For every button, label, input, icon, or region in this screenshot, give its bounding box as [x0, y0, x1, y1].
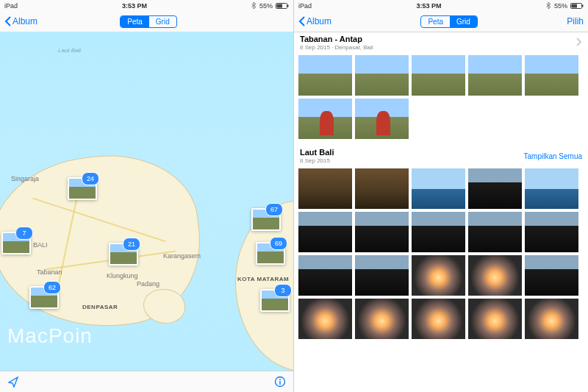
- status-right: 55%: [546, 2, 584, 10]
- photo-thumbnail[interactable]: [355, 255, 409, 296]
- section-title: Tabanan - Antap: [300, 35, 373, 43]
- photo-grid-scroll[interactable]: Tabanan - Antap8 Sep 2015 · Denpasar, Ba…: [294, 32, 588, 392]
- status-time: 3:53 PM: [416, 2, 441, 10]
- photo-thumbnail[interactable]: [355, 168, 409, 209]
- map-canvas[interactable]: Laut Bali SingarajaBALITabananKlungkungK…: [0, 32, 293, 371]
- photo-thumbnail[interactable]: [525, 55, 578, 96]
- water-label: Laut Bali: [58, 47, 81, 54]
- back-label: Album: [12, 16, 37, 26]
- svg-rect-5: [279, 381, 280, 385]
- location-arrow-icon[interactable]: [7, 376, 19, 388]
- photo-pin[interactable]: 7: [1, 232, 28, 254]
- photo-thumbnail[interactable]: [468, 168, 522, 209]
- back-label: Album: [306, 16, 331, 26]
- photo-pin[interactable]: 3: [260, 289, 287, 312]
- segment-map[interactable]: Peta: [121, 16, 149, 27]
- photo-thumbnail[interactable]: [298, 55, 352, 96]
- place-label: Padang: [137, 280, 159, 288]
- battery-icon: [276, 3, 289, 9]
- photo-thumbnail[interactable]: [468, 212, 522, 252]
- photo-thumbnail[interactable]: [525, 255, 578, 296]
- svg-point-4: [279, 379, 281, 380]
- photo-thumbnail[interactable]: [525, 299, 578, 339]
- place-label: Klungkung: [107, 272, 138, 279]
- photo-pin[interactable]: 69: [256, 242, 282, 265]
- chevron-left-icon: [298, 16, 305, 26]
- photo-thumbnail[interactable]: [412, 299, 465, 339]
- segment-grid[interactable]: Grid: [450, 16, 477, 27]
- bluetooth-icon: [546, 2, 551, 9]
- place-label: Karangasem: [163, 252, 201, 260]
- status-battery: 55%: [259, 2, 273, 10]
- section-header[interactable]: Tabanan - Antap8 Sep 2015 · Denpasar, Ba…: [298, 32, 584, 52]
- view-segment: Peta Grid: [120, 15, 176, 28]
- pin-count-badge: 21: [123, 238, 140, 251]
- photo-thumbnail[interactable]: [355, 299, 409, 339]
- photo-thumbnail[interactable]: [355, 55, 409, 96]
- back-button[interactable]: Album: [4, 16, 37, 26]
- info-icon[interactable]: [274, 376, 286, 388]
- screenshot: iPad 3:53 PM 55% Album Peta Grid: [0, 0, 588, 392]
- photo-thumbnail[interactable]: [412, 55, 465, 96]
- place-label: BALI: [33, 241, 48, 249]
- place-label: KOTA MATARAM: [237, 276, 289, 282]
- pin-count-badge: 69: [270, 237, 287, 250]
- status-device: iPad: [298, 2, 312, 10]
- status-right: 55%: [251, 2, 289, 10]
- pin-count-badge: 62: [43, 281, 61, 294]
- pin-count-badge: 24: [82, 172, 99, 185]
- photo-thumbnail[interactable]: [468, 299, 522, 339]
- place-label: Tabanan: [37, 268, 62, 276]
- back-button[interactable]: Album: [298, 16, 331, 26]
- status-battery: 55%: [554, 2, 567, 10]
- section-subtitle: 8 Sep 2015 · Denpasar, Bali: [300, 44, 373, 51]
- pane-map: iPad 3:53 PM 55% Album Peta Grid: [0, 0, 294, 392]
- photo-thumbnail[interactable]: [468, 55, 522, 96]
- pin-count-badge: 3: [274, 284, 292, 297]
- photo-pin[interactable]: 21: [109, 243, 135, 266]
- photo-thumbnail[interactable]: [298, 299, 352, 339]
- photo-thumbnail[interactable]: [412, 168, 465, 209]
- photo-pin[interactable]: 67: [251, 208, 278, 231]
- photo-thumbnail[interactable]: [412, 212, 465, 252]
- section-title: Laut Bali: [300, 148, 334, 157]
- section-header[interactable]: Laut Bali8 Sep 2015Tampilkan Semua: [298, 145, 584, 165]
- photo-thumbnail[interactable]: [468, 255, 522, 296]
- photo-thumbnail[interactable]: [412, 255, 465, 296]
- photo-grid: [298, 55, 584, 139]
- photo-pin[interactable]: 62: [29, 286, 56, 309]
- photo-thumbnail[interactable]: [525, 168, 578, 209]
- svg-rect-8: [582, 4, 584, 7]
- show-all-link[interactable]: Tampilkan Semua: [524, 152, 582, 160]
- section-subtitle: 8 Sep 2015: [300, 157, 334, 164]
- nav-bar: Album Peta Grid Pilih: [294, 11, 588, 32]
- chevron-left-icon: [4, 16, 11, 26]
- pin-count-badge: 67: [265, 203, 283, 216]
- svg-rect-7: [571, 4, 577, 7]
- photo-grid: [298, 168, 584, 339]
- chevron-right-icon: [576, 36, 582, 49]
- status-bar: iPad 3:53 PM 55%: [294, 0, 588, 11]
- photo-thumbnail[interactable]: [298, 168, 352, 209]
- pane-grid: iPad 3:53 PM 55% Album Peta Grid Pilih T…: [294, 0, 588, 392]
- place-label: Singaraja: [11, 175, 39, 182]
- segment-map[interactable]: Peta: [421, 16, 450, 27]
- photo-thumbnail[interactable]: [355, 99, 409, 139]
- watermark: MacPoin: [7, 324, 93, 348]
- photo-thumbnail[interactable]: [298, 212, 352, 252]
- photo-thumbnail[interactable]: [355, 212, 409, 252]
- nav-bar: Album Peta Grid: [0, 11, 293, 32]
- photo-thumbnail[interactable]: [298, 255, 352, 296]
- segment-grid[interactable]: Grid: [149, 16, 176, 27]
- photo-pin[interactable]: 24: [68, 177, 94, 200]
- place-label: DENPASAR: [82, 304, 118, 310]
- svg-rect-2: [287, 4, 289, 7]
- select-button[interactable]: Pilih: [567, 16, 584, 26]
- photo-thumbnail[interactable]: [298, 99, 352, 139]
- status-time: 3:53 PM: [122, 2, 147, 10]
- status-device: iPad: [4, 2, 18, 10]
- pin-count-badge: 7: [15, 227, 33, 240]
- photo-thumbnail[interactable]: [525, 212, 578, 252]
- bluetooth-icon: [251, 2, 257, 9]
- status-bar: iPad 3:53 PM 55%: [0, 0, 293, 11]
